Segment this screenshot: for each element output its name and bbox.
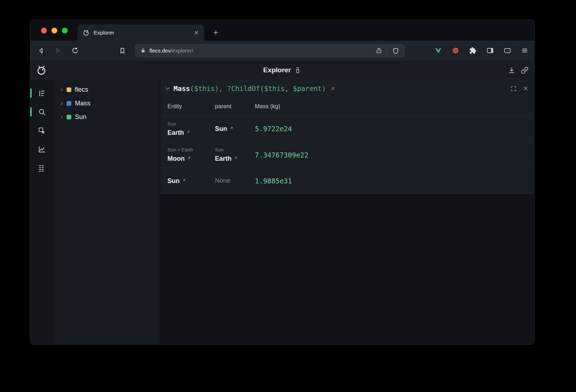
chevron-right-icon[interactable] — [59, 101, 64, 106]
table-row: Sun Earth Sun — [160, 116, 534, 142]
flecs-logo-icon[interactable] — [36, 65, 47, 76]
connection-status-icon[interactable] — [294, 67, 301, 74]
entity-color-swatch — [67, 87, 71, 92]
table-row: Sun > Earth Moon Sun Earth — [160, 142, 534, 168]
entity-path: Sun — [167, 121, 215, 127]
browser-window: Explorer — [30, 20, 534, 345]
query-result-card: Mass($this), ?ChildOf($this, $parent) — [160, 80, 534, 194]
minimize-window-button[interactable] — [51, 28, 57, 33]
sidebar-toggle-icon[interactable] — [486, 47, 494, 54]
entity-path: Sun — [215, 147, 255, 153]
close-panel-icon[interactable] — [523, 86, 528, 91]
toolbar-divider — [387, 47, 387, 54]
app-sidebar — [30, 80, 53, 345]
query-term-name: Mass — [174, 85, 190, 92]
open-entity-arrow-icon[interactable] — [186, 130, 190, 134]
url-domain: flecs.dev — [149, 47, 171, 54]
lock-icon — [140, 48, 146, 53]
browser-menu-icon[interactable] — [521, 47, 528, 54]
entity-color-swatch — [67, 115, 71, 119]
tree-item-mass[interactable]: Mass — [53, 96, 160, 110]
bookmark-icon[interactable] — [117, 46, 127, 56]
empty-canvas — [160, 194, 534, 345]
url-text: flecs.dev/explorer/ — [149, 47, 193, 54]
entity-cell: Sun Earth — [167, 121, 215, 137]
parent-cell: Sun Earth — [215, 147, 255, 163]
app-title-text: Explorer — [263, 66, 291, 74]
tree-item-label: Mass — [75, 100, 90, 107]
clear-query-icon[interactable] — [330, 86, 336, 91]
open-entity-arrow-icon[interactable] — [182, 178, 186, 182]
extensions-puzzle-icon[interactable] — [469, 47, 477, 54]
back-button[interactable] — [36, 46, 46, 56]
tree-item-flecs[interactable]: flecs — [53, 83, 160, 96]
browser-tab[interactable]: Explorer — [77, 24, 204, 41]
query-term-optional: ?ChildOf($this, $parent) — [227, 85, 326, 92]
query-panel: Mass($this), ?ChildOf($this, $parent) — [160, 80, 534, 345]
new-tab-button[interactable] — [212, 29, 219, 36]
result-table-header: Entity parent Mass (kg) — [160, 97, 534, 116]
tab-title: Explorer — [94, 29, 190, 36]
parent-none-value: None — [215, 177, 230, 184]
inspector-tool-icon[interactable] — [30, 121, 53, 140]
entity-cell: Sun > Earth Moon — [167, 147, 215, 163]
vue-devtools-extension-icon[interactable] — [435, 47, 442, 54]
close-window-button[interactable] — [41, 28, 47, 33]
query-term-args: ($this), — [190, 85, 227, 92]
tree-item-label: Sun — [75, 113, 86, 121]
active-indicator — [30, 88, 32, 98]
tab-close-icon[interactable] — [194, 30, 199, 35]
browser-toolbar: flecs.dev/explorer/ — [30, 41, 534, 60]
memory-tool-icon[interactable] — [30, 159, 53, 177]
wallet-icon[interactable] — [504, 47, 511, 54]
parent-cell: None — [215, 177, 255, 184]
address-bar[interactable]: flecs.dev/explorer/ — [135, 44, 405, 58]
forward-button[interactable] — [53, 46, 63, 56]
extension-icons — [435, 47, 528, 54]
entity-cell: Sun — [167, 177, 215, 185]
tree-item-sun[interactable]: Sun — [53, 110, 160, 124]
entity-link[interactable]: Earth — [215, 154, 231, 163]
query-header: Mass($this), ?ChildOf($this, $parent) — [160, 80, 534, 97]
url-path: /explorer/ — [171, 47, 193, 54]
chevron-right-icon[interactable] — [59, 115, 64, 119]
header-actions — [508, 67, 528, 74]
share-link-icon[interactable] — [521, 67, 528, 74]
entity-tree-tool-icon[interactable] — [30, 84, 53, 102]
app-content: flecs Mass Sun — [30, 80, 534, 345]
hexagon-extension-icon[interactable] — [452, 47, 459, 54]
query-expression[interactable]: Mass($this), ?ChildOf($this, $parent) — [174, 85, 326, 92]
app-header: Explorer — [30, 60, 534, 80]
open-entity-arrow-icon[interactable] — [229, 126, 234, 130]
chevron-right-icon[interactable] — [59, 87, 64, 92]
entity-link[interactable]: Earth — [167, 128, 184, 137]
zoom-window-button[interactable] — [62, 28, 68, 33]
open-entity-arrow-icon[interactable] — [234, 156, 238, 160]
mass-cell: 7.34767309e22 — [255, 151, 534, 159]
mass-cell: 1.9885e31 — [255, 177, 534, 185]
flecs-favicon-icon — [82, 29, 90, 36]
open-entity-arrow-icon[interactable] — [187, 156, 191, 160]
desktop-background: Explorer — [0, 0, 576, 392]
column-header-mass: Mass (kg) — [255, 103, 534, 110]
entity-tree-panel: flecs Mass Sun — [53, 80, 160, 345]
column-header-parent: parent — [215, 103, 255, 110]
chevron-down-icon[interactable] — [165, 86, 171, 92]
mass-value: 5.9722e24 — [255, 125, 292, 133]
entity-link[interactable]: Sun — [215, 124, 227, 133]
tab-bar: Explorer — [30, 20, 534, 41]
brave-shield-icon[interactable] — [392, 47, 399, 54]
entity-link[interactable]: Moon — [167, 154, 185, 163]
mass-value: 7.34767309e22 — [255, 151, 309, 159]
mass-value: 1.9885e31 — [255, 177, 292, 185]
download-icon[interactable] — [508, 67, 516, 74]
mass-cell: 5.9722e24 — [255, 125, 534, 133]
tree-item-label: flecs — [75, 86, 88, 94]
query-search-tool-icon[interactable] — [30, 102, 53, 121]
stats-chart-tool-icon[interactable] — [30, 140, 53, 159]
share-icon[interactable] — [375, 47, 382, 54]
refresh-button[interactable] — [70, 46, 80, 56]
fullscreen-icon[interactable] — [510, 86, 517, 92]
table-row: Sun None 1.9885e31 — [160, 168, 534, 193]
entity-link[interactable]: Sun — [167, 177, 180, 185]
